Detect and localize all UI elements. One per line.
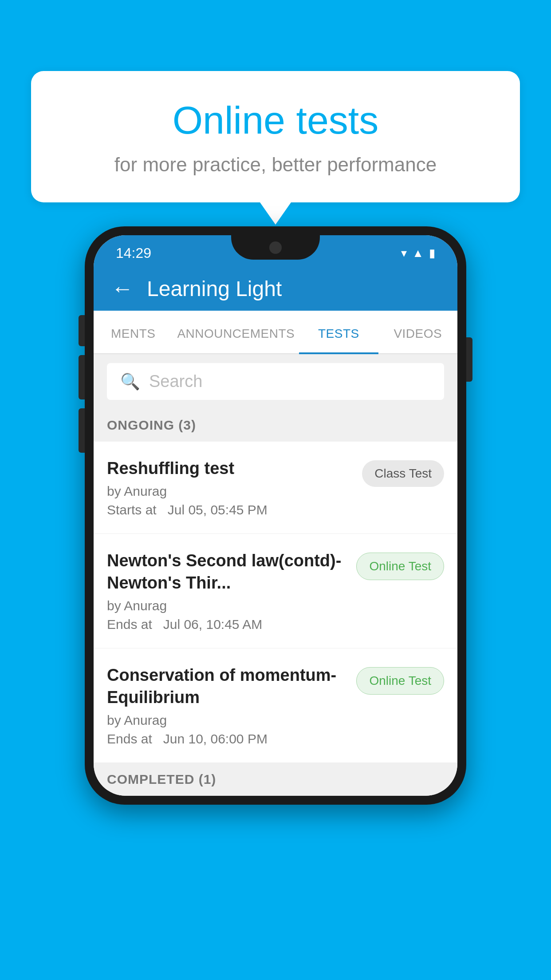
tab-tests[interactable]: TESTS	[299, 311, 378, 353]
phone-screen: 14:29 ▾ ▲ ▮ ← Learning Light MENTS ANNOU…	[94, 235, 457, 796]
test-badge-1: Class Test	[362, 460, 444, 487]
test-date-3: Ends at Jun 10, 06:00 PM	[107, 731, 347, 747]
test-name-3: Conservation of momentum-Equilibrium	[107, 664, 347, 708]
tab-ments[interactable]: MENTS	[94, 311, 173, 353]
app-title: Learning Light	[147, 277, 282, 301]
test-item-2[interactable]: Newton's Second law(contd)-Newton's Thir…	[94, 534, 457, 648]
status-time: 14:29	[116, 245, 151, 261]
test-item[interactable]: Reshuffling test by Anurag Starts at Jul…	[94, 442, 457, 534]
signal-icon: ▲	[412, 246, 424, 260]
search-input-wrapper[interactable]: 🔍 Search	[107, 363, 444, 400]
search-placeholder: Search	[149, 372, 202, 391]
test-date-1: Starts at Jul 05, 05:45 PM	[107, 502, 353, 518]
bubble-subtitle: for more practice, better performance	[67, 154, 484, 176]
volume-down-button	[79, 355, 85, 399]
test-list: Reshuffling test by Anurag Starts at Jul…	[94, 442, 457, 763]
search-icon: 🔍	[120, 372, 140, 391]
tabs-container: MENTS ANNOUNCEMENTS TESTS VIDEOS	[94, 311, 457, 354]
tab-videos[interactable]: VIDEOS	[378, 311, 457, 353]
test-date-2: Ends at Jul 06, 10:45 AM	[107, 617, 347, 632]
test-author-3: by Anurag	[107, 713, 347, 728]
wifi-icon: ▾	[401, 246, 407, 260]
test-name-2: Newton's Second law(contd)-Newton's Thir…	[107, 550, 347, 594]
bubble-title: Online tests	[67, 98, 484, 143]
test-name-1: Reshuffling test	[107, 458, 353, 479]
speech-bubble-container: Online tests for more practice, better p…	[31, 71, 520, 225]
search-container: 🔍 Search	[94, 354, 457, 409]
test-badge-2: Online Test	[356, 553, 444, 580]
test-author-2: by Anurag	[107, 598, 347, 613]
completed-section-header: COMPLETED (1)	[94, 763, 457, 796]
test-badge-3: Online Test	[356, 667, 444, 695]
speech-bubble: Online tests for more practice, better p…	[31, 71, 520, 202]
test-item-3[interactable]: Conservation of momentum-Equilibrium by …	[94, 648, 457, 763]
test-info-1: Reshuffling test by Anurag Starts at Jul…	[107, 458, 353, 518]
phone-notch	[231, 235, 320, 260]
test-info-3: Conservation of momentum-Equilibrium by …	[107, 664, 347, 747]
volume-up-button	[79, 315, 85, 346]
phone-outer: 14:29 ▾ ▲ ▮ ← Learning Light MENTS ANNOU…	[85, 226, 466, 805]
speech-bubble-arrow	[260, 202, 291, 225]
battery-icon: ▮	[429, 246, 435, 260]
side-button-3	[79, 408, 85, 453]
status-icons: ▾ ▲ ▮	[401, 246, 435, 260]
phone-camera	[269, 241, 282, 254]
app-header: ← Learning Light	[94, 266, 457, 311]
test-info-2: Newton's Second law(contd)-Newton's Thir…	[107, 550, 347, 632]
phone-container: 14:29 ▾ ▲ ▮ ← Learning Light MENTS ANNOU…	[85, 226, 466, 805]
ongoing-section-header: ONGOING (3)	[94, 409, 457, 442]
tab-announcements[interactable]: ANNOUNCEMENTS	[173, 311, 299, 353]
back-button[interactable]: ←	[111, 276, 134, 301]
power-button	[466, 337, 472, 382]
test-author-1: by Anurag	[107, 484, 353, 499]
